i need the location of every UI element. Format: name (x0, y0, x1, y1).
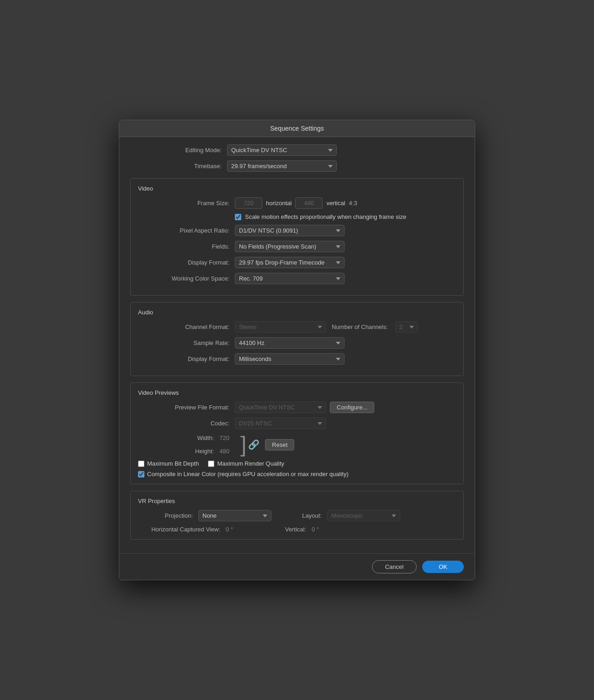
vr-horizontal-label: Horizontal Captured View: (138, 526, 220, 533)
vr-captured-view-row: Horizontal Captured View: 0 ° Vertical: … (138, 526, 456, 533)
audio-display-format-select[interactable]: Milliseconds (235, 353, 345, 365)
timebase-row: Timebase: 29.97 frames/second (130, 160, 464, 172)
height-value: 480 (219, 448, 229, 455)
configure-button[interactable]: Configure... (330, 402, 374, 413)
channel-format-label: Channel Format: (138, 323, 229, 330)
frame-size-label: Frame Size: (138, 200, 229, 207)
pixel-aspect-row: Pixel Aspect Ratio: D1/DV NTSC (0.9091) (138, 225, 456, 236)
vr-layout-select: Monoscopic (327, 510, 400, 521)
editing-mode-label: Editing Mode: (130, 147, 222, 154)
max-render-quality-checkbox[interactable] (208, 461, 214, 467)
preview-file-format-label: Preview File Format: (138, 404, 229, 411)
frame-size-row: Frame Size: horizontal vertical 4:3 (138, 197, 456, 209)
vr-layout-label: Layout: (290, 512, 322, 519)
composite-linear-checkbox[interactable] (138, 471, 144, 477)
vr-properties-section: VR Properties Projection: None Layout: M… (130, 491, 464, 540)
working-color-select[interactable]: Rec. 709 (235, 273, 345, 284)
codec-select: DV25 NTSC (235, 418, 326, 429)
audio-display-format-label: Display Format: (138, 355, 229, 362)
sample-rate-label: Sample Rate: (138, 339, 229, 346)
channel-format-select: Stereo (235, 321, 326, 333)
width-value: 720 (219, 435, 229, 441)
codec-label: Codec: (138, 420, 229, 427)
num-channels-label: Number of Channels: (332, 323, 388, 330)
audio-display-format-row: Display Format: Milliseconds (138, 353, 456, 365)
max-bit-depth-checkbox[interactable] (138, 461, 144, 467)
vr-section-title: VR Properties (138, 498, 456, 504)
ok-button[interactable]: OK (422, 561, 464, 573)
video-display-format-select[interactable]: 29.97 fps Drop-Frame Timecode (235, 257, 345, 268)
vr-vertical-row: Vertical: 0 ° (270, 526, 319, 533)
sequence-settings-dialog: Sequence Settings Editing Mode: QuickTim… (119, 120, 475, 580)
audio-section-title: Audio (138, 309, 456, 316)
vr-projection-row: Projection: None (138, 510, 271, 521)
channel-format-row: Channel Format: Stereo Number of Channel… (138, 321, 456, 333)
horizontal-label: horizontal (266, 200, 292, 207)
video-section-title: Video (138, 185, 456, 192)
num-channels-select: 2 (395, 321, 418, 333)
reset-button[interactable]: Reset (265, 439, 294, 451)
max-render-quality-label: Maximum Render Quality (217, 460, 284, 467)
vr-horizontal-row: Horizontal Captured View: 0 ° (138, 526, 233, 533)
audio-section: Audio Channel Format: Stereo Number of C… (130, 302, 464, 376)
frame-width-input (235, 197, 262, 209)
preview-file-format-row: Preview File Format: QuickTime DV NTSC C… (138, 402, 456, 413)
width-label: Width: (197, 435, 214, 441)
max-bit-depth-item: Maximum Bit Depth (138, 460, 199, 467)
scale-motion-checkbox[interactable] (235, 214, 241, 220)
timebase-label: Timebase: (130, 163, 222, 170)
video-display-format-label: Display Format: (138, 259, 229, 266)
vr-horizontal-value: 0 ° (226, 526, 233, 533)
link-icon: 🔗 (248, 439, 260, 450)
composite-linear-item: Composite in Linear Color (requires GPU … (138, 471, 456, 477)
vr-projection-select[interactable]: None (198, 510, 271, 521)
sample-rate-select[interactable]: 44100 Hz (235, 337, 345, 349)
width-height-container: Width: 720 Height: 480 ] 🔗 Reset (138, 434, 456, 456)
video-previews-title: Video Previews (138, 389, 456, 396)
scale-motion-label: Scale motion effects proportionally when… (245, 213, 406, 220)
preview-file-format-select: QuickTime DV NTSC (235, 402, 326, 413)
codec-row: Codec: DV25 NTSC (138, 418, 456, 429)
vr-vertical-value: 0 ° (312, 526, 319, 533)
max-render-quality-item: Maximum Render Quality (208, 460, 284, 467)
checkbox-options-row: Maximum Bit Depth Maximum Render Quality (138, 460, 456, 467)
pixel-aspect-label: Pixel Aspect Ratio: (138, 227, 229, 234)
fields-label: Fields: (138, 243, 229, 250)
dialog-title: Sequence Settings (119, 120, 475, 137)
vr-layout-row: Layout: Monoscopic (290, 510, 400, 521)
fields-row: Fields: No Fields (Progressive Scan) (138, 241, 456, 252)
bracket-icon: ] (240, 434, 246, 456)
composite-linear-label: Composite in Linear Color (requires GPU … (147, 471, 349, 477)
frame-height-input (295, 197, 323, 209)
working-color-row: Working Color Space: Rec. 709 (138, 273, 456, 284)
sample-rate-row: Sample Rate: 44100 Hz (138, 337, 456, 349)
editing-mode-row: Editing Mode: QuickTime DV NTSC (130, 144, 464, 156)
video-section: Video Frame Size: horizontal vertical 4:… (130, 178, 464, 296)
vertical-label: vertical (326, 200, 345, 207)
ratio-badge: 4:3 (349, 200, 357, 207)
editing-mode-select[interactable]: QuickTime DV NTSC (227, 144, 337, 156)
bottom-buttons: Cancel OK (119, 553, 475, 580)
vr-projection-label: Projection: (138, 512, 193, 519)
height-label: Height: (195, 448, 214, 455)
vr-vertical-label: Vertical: (270, 526, 306, 533)
vr-projection-layout-row: Projection: None Layout: Monoscopic (138, 510, 456, 521)
video-display-format-row: Display Format: 29.97 fps Drop-Frame Tim… (138, 257, 456, 268)
fields-select[interactable]: No Fields (Progressive Scan) (235, 241, 345, 252)
working-color-label: Working Color Space: (138, 275, 229, 282)
video-previews-section: Video Previews Preview File Format: Quic… (130, 382, 464, 484)
scale-motion-row: Scale motion effects proportionally when… (235, 213, 456, 220)
cancel-button[interactable]: Cancel (372, 560, 417, 573)
timebase-select[interactable]: 29.97 frames/second (227, 160, 337, 172)
max-bit-depth-label: Maximum Bit Depth (147, 460, 199, 467)
pixel-aspect-select[interactable]: D1/DV NTSC (0.9091) (235, 225, 345, 236)
